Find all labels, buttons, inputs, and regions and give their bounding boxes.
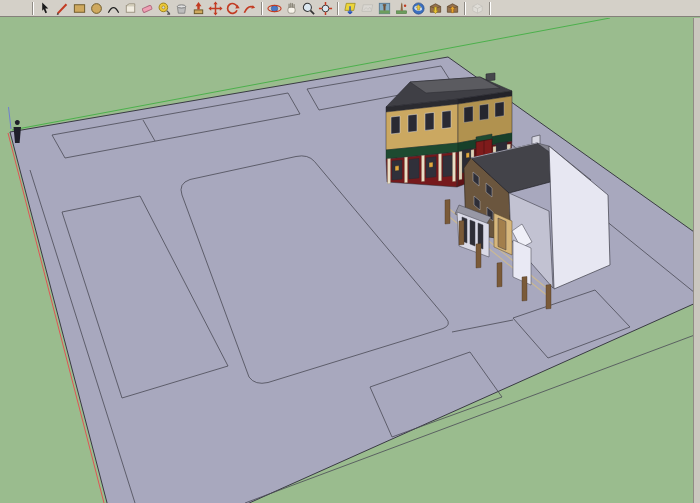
pub-window [408,114,417,132]
pub-window-light [466,153,470,159]
house-door-inner [498,218,506,250]
toolbar [0,0,700,17]
house-bay-window [470,220,475,246]
circle-tool-button[interactable] [88,1,105,16]
pub-window [442,111,451,129]
tape-measure-tool-button[interactable] [156,1,173,16]
select-tool-button[interactable] [37,1,54,16]
tape-measure-icon [157,1,172,16]
make-component-icon [123,1,138,16]
pub-pilaster [439,154,442,181]
share-model-tool-button[interactable] [444,1,461,16]
person-head [15,120,20,125]
toolbar-spacer [2,0,29,17]
make-component-tool-button[interactable] [122,1,139,16]
house-fence-post [459,221,464,246]
arc-icon [106,1,121,16]
pub-window [391,116,400,134]
house-fence-post [445,200,450,225]
pan-tool-button[interactable] [283,1,300,16]
pub-pilaster [459,151,462,180]
circle-icon [89,1,104,16]
zoom-extents-tool-button[interactable] [317,1,334,16]
pub-chimney [486,73,495,81]
pub-ground-window [443,155,453,177]
pub-pilaster [453,152,456,181]
photo-textures-tool-button[interactable] [376,1,393,16]
pub-window [464,106,473,122]
add-location-tool-button[interactable] [393,1,410,16]
sketchup-window [0,0,700,503]
add-location-icon [394,1,409,16]
eraser-icon [140,1,155,16]
pub-window [480,104,489,120]
line-tool-button[interactable] [54,1,71,16]
rotate-tool-button[interactable] [224,1,241,16]
toolbar-separator [464,2,466,15]
zoom-extents-icon [318,1,333,16]
get-current-view-icon [343,1,358,16]
paint-bucket-icon [174,1,189,16]
arc-tool-button[interactable] [105,1,122,16]
pub-pilaster [388,159,391,184]
paint-bucket-tool-button[interactable] [173,1,190,16]
house-fence-post [546,285,551,310]
toolbar-separator [489,2,491,15]
rectangle-tool-button[interactable] [71,1,88,16]
toolbar-drag-handle[interactable] [32,2,34,15]
photo-textures-icon [377,1,392,16]
house-fence-post [476,244,481,269]
3d-viewport[interactable] [0,18,700,503]
component-box-tool-button[interactable] [469,1,486,16]
eraser-tool-button[interactable] [139,1,156,16]
orbit-icon [267,1,282,16]
toolbar-separator [337,2,339,15]
move-icon [208,1,223,16]
house-fence-post [522,277,527,302]
google-earth-tool-button[interactable] [410,1,427,16]
pan-icon [284,1,299,16]
pub-pilaster [405,157,408,183]
select-icon [38,1,53,16]
get-current-view-tool-button[interactable] [342,1,359,16]
get-models-icon [428,1,443,16]
google-earth-icon [411,1,426,16]
toggle-terrain-icon [360,1,375,16]
pub-window-light [395,166,399,171]
move-tool-button[interactable] [207,1,224,16]
toggle-terrain-tool-button[interactable] [359,1,376,16]
component-box-icon [470,1,485,16]
follow-me-tool-button[interactable] [241,1,258,16]
pub-window [425,112,434,130]
rotate-icon [225,1,240,16]
share-model-icon [445,1,460,16]
window-right-border [693,18,700,503]
rectangle-icon [72,1,87,16]
follow-me-icon [242,1,257,16]
line-icon [55,1,70,16]
house-fence-post [497,263,502,288]
toolbar-separator [261,2,263,15]
pub-window [495,102,504,117]
pub-ground-window [409,158,419,179]
pub-window-light [429,162,433,167]
get-models-tool-button[interactable] [427,1,444,16]
zoom-icon [301,1,316,16]
push-pull-icon [191,1,206,16]
zoom-tool-button[interactable] [300,1,317,16]
orbit-tool-button[interactable] [266,1,283,16]
push-pull-tool-button[interactable] [190,1,207,16]
pub-pilaster [422,155,425,181]
